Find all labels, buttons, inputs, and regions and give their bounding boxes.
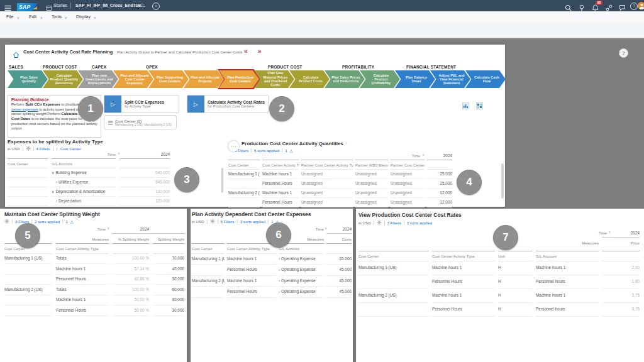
bar-chart-icon[interactable] [462,101,469,112]
menu-file[interactable]: File [6,14,13,19]
quantities-time-value[interactable]: 2024 [424,153,452,158]
document-title[interactable]: SAP_FI_IFP_IM_Cross_EndToE... [75,3,145,8]
activity-type-cell[interactable]: Machine hours 1 [262,169,299,179]
expand-icon[interactable]: › [56,199,57,202]
cost-center-cell[interactable]: Manufacturing 2 (US) [192,275,225,287]
stories-label[interactable]: Stories [53,3,67,8]
expand-icon[interactable]: ∨ [52,170,54,175]
flow-step-plan-sales-quantity[interactable]: Plan Sales Quantity [8,70,48,88]
activity-type-cell[interactable]: Machine hours 1 [262,188,299,198]
flow-step-plan-production-cc-active[interactable]: Plan Production Cost Centers [218,69,260,89]
splitting-time-value[interactable]: 2024 [113,227,149,231]
menu-tools[interactable]: Tools [52,14,62,19]
splitting-sorts-link[interactable]: 2 sorts applied [35,219,60,224]
cost-center-cell[interactable] [192,286,225,298]
menu-display[interactable]: Display [76,14,91,19]
splitting-time-drill-icon[interactable]: › [108,226,109,231]
flow-step-plan-investments[interactable]: Plan new Investments and Depreciations [78,70,118,88]
cost-rates-time-drill-icon[interactable]: › [609,230,610,234]
value-cell[interactable]: 25.000 [427,169,452,179]
user-avatar[interactable] [638,2,644,9]
expenses-time-value[interactable]: 2024 [119,152,170,156]
cost-center-context-chip[interactable]: Cost Center (2)Manufacturing 1 (US); Man… [104,115,177,129]
flow-step-calc-product-profitability[interactable]: Calculate Product Profitability [360,70,400,88]
value-cell[interactable]: 45.000 [326,275,352,287]
value-cell[interactable]: 30,000 [153,305,184,316]
activity-time-drill-icon[interactable]: › [325,226,326,231]
expenses-filters-link[interactable]: 4 Filters [36,146,50,151]
quantities-scrollbar[interactable] [501,163,504,199]
cost-rates-time-value[interactable]: 2024 [611,231,640,235]
favorite-star-icon[interactable]: ☆ [140,2,145,8]
value-cell[interactable]: 120.000 [119,196,170,206]
flow-step-plan-allocate-cc-expenses[interactable]: Plan and Allocate Cost Center Expenses [113,70,153,88]
grid-table-icon[interactable] [476,101,483,112]
activity-expenses-filters-link[interactable]: 5 Filters [221,219,235,224]
expand-icon[interactable]: › [279,278,280,282]
activity-type-cell[interactable]: Personnel Hours [262,178,299,189]
close-icon[interactable]: × [152,3,160,10]
expand-icon[interactable]: › [279,268,280,272]
expand-icon[interactable]: › [279,256,280,260]
expenses-sort-link[interactable]: Cost Center [60,146,81,151]
flow-step-plan-sales-prices[interactable]: Plan Sales Prices and Deductions [325,70,365,88]
value-cell[interactable]: 1,80 [602,275,640,289]
activity-type-cell[interactable]: Personnel Hours [262,197,299,207]
flow-step-plan-allocate-projects[interactable]: Plan and Allocate Projects [184,70,224,88]
quantities-sorts-link[interactable]: 5 sorts applied [254,148,279,153]
cost-center-cell[interactable] [192,264,225,276]
cost-center-cell[interactable]: Manufacturing 1 (US) [358,261,429,275]
split-cctr-expenses-button[interactable]: ▷ Split CCtr Expensesby Activity Type [104,95,179,113]
value-cell[interactable]: 25.000 [427,178,452,189]
calculate-activity-cost-rates-button[interactable]: ▷ Calculate Activity Cost Ratesfor Produ… [187,95,269,113]
value-cell[interactable]: 540.000 [119,168,170,178]
cost-rates-sorts-link[interactable]: 3 sorts applied [407,221,432,225]
expand-icon[interactable]: ∨ [52,189,54,194]
value-cell[interactable]: 30,000 [153,274,184,285]
cost-center-cell[interactable] [4,263,52,275]
flow-step-plan-supporting-cc[interactable]: Plan Supporting Cost Centers [148,70,189,88]
cost-center-cell[interactable] [4,295,52,306]
cost-rates-filters-link[interactable]: 3 Filters [387,221,401,225]
flow-step-calc-cash-flow[interactable]: Calculate Cash Flow [465,70,506,88]
flow-step-calc-product-costs[interactable]: Calculate Product Costs [289,70,330,88]
value-cell[interactable]: 40,000 [153,263,184,275]
next-section-icon[interactable]: » [258,48,262,55]
cost-center-cell[interactable]: Manufacturing 2 (US) [358,288,429,303]
cost-center-cell[interactable] [228,197,260,207]
prev-section-icon[interactable]: « [244,48,248,55]
flow-step-plan-raw-material[interactable]: Plan Raw Material Prices and Overhead Co… [254,70,294,88]
home-icon[interactable] [13,50,19,61]
doc-title-caret-icon[interactable]: ∨ [131,4,133,8]
value-cell[interactable]: 70,000 [153,253,184,265]
menu-edit[interactable]: Edit [29,14,36,19]
flow-step-adjust-pl[interactable]: Adjust P&L and View Financial Statement [430,70,470,88]
canvas-help-icon[interactable]: ? [619,48,628,58]
cost-center-cell[interactable] [358,302,429,317]
value-cell[interactable]: 45.000 [326,286,352,298]
expenses-scrollbar[interactable] [221,168,223,193]
value-cell[interactable]: 2,60 [602,261,640,275]
flow-step-calc-product-quantity[interactable]: Calculate Product Quantity Resources [43,70,83,88]
value-cell[interactable]: 60,000 [153,284,184,295]
cost-center-cell[interactable]: Manufacturing 2 (US) [4,284,52,295]
cost-center-cell[interactable] [228,178,260,189]
activity-expenses-sorts-link[interactable]: 3 sorts applied [240,219,265,224]
cost-center-cell[interactable]: Manufacturing 1 (US) [192,253,225,265]
value-cell[interactable]: 540.000 [119,177,170,187]
cost-center-cell[interactable]: Manufacturing 2 (US) [228,188,260,198]
cost-center-cell[interactable] [4,274,52,285]
cost-center-cell[interactable]: Manufacturing 1 (US) [4,253,52,265]
help-icon[interactable]: ? [630,3,638,10]
expand-icon[interactable]: › [56,180,57,184]
gear-icon[interactable] [4,219,9,224]
value-cell[interactable]: 3,75 [602,288,640,303]
value-cell[interactable]: 12.000 [427,197,452,207]
value-cell[interactable]: 12.000 [427,188,452,198]
quantities-overflow-button[interactable]: ··· [228,141,239,151]
gear-icon[interactable] [26,146,31,151]
gear-icon[interactable] [377,220,382,226]
value-cell[interactable]: 130.000 [119,187,170,197]
value-cell[interactable]: 45.000 [326,264,352,276]
flow-step-plan-balance-sheet[interactable]: Plan Balance Sheet [395,70,435,88]
